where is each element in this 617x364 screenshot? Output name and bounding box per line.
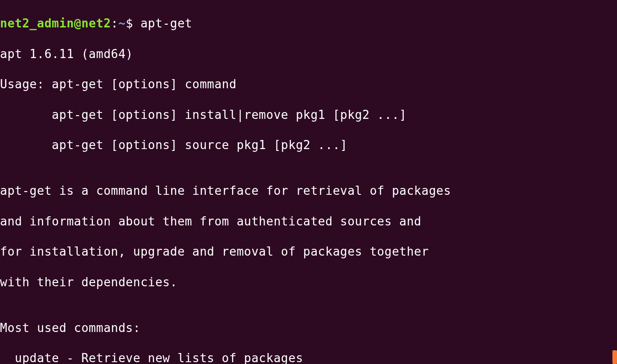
output-desc-4: with their dependencies.: [0, 275, 617, 290]
output-desc-2: and information about them from authenti…: [0, 214, 617, 229]
prompt-colon: :: [111, 16, 118, 30]
output-command-0: update - Retrieve new lists of packages: [0, 351, 617, 364]
prompt-path: ~: [118, 16, 125, 30]
output-usage-3: apt-get [options] source pkg1 [pkg2 ...]: [0, 138, 617, 153]
output-desc-1: apt-get is a command line interface for …: [0, 183, 617, 198]
prompt-line: net2_admin@net2:~$ apt-get: [0, 16, 617, 31]
output-desc-3: for installation, upgrade and removal of…: [0, 244, 617, 259]
scrollbar[interactable]: [612, 0, 617, 364]
output-usage-1: Usage: apt-get [options] command: [0, 77, 617, 92]
output-version: apt 1.6.11 (amd64): [0, 47, 617, 62]
prompt-user-host: net2_admin@net2: [0, 16, 111, 30]
command-text: apt-get: [141, 16, 192, 30]
output-usage-2: apt-get [options] install|remove pkg1 [p…: [0, 107, 617, 123]
prompt-dollar: $: [126, 16, 141, 30]
output-commands-header: Most used commands:: [0, 321, 617, 336]
terminal-output[interactable]: net2_admin@net2:~$ apt-get apt 1.6.11 (a…: [0, 0, 617, 364]
scrollbar-thumb[interactable]: [612, 350, 617, 364]
